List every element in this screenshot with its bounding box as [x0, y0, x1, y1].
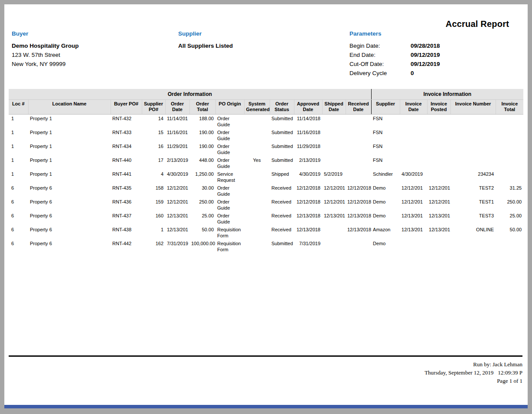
buyer-name: Demo Hospitality Group	[12, 43, 159, 49]
table-cell	[346, 170, 371, 184]
table-cell: 11/14/201	[165, 115, 189, 129]
table-cell: FSN	[371, 142, 400, 156]
table-cell: FSN	[371, 156, 400, 170]
table-cell: 6	[9, 226, 28, 240]
table-cell	[400, 115, 427, 129]
table-row: 1Property 1RNT-4321411/14/201188.00Order…	[9, 115, 523, 129]
table-cell: 12/12/2018	[346, 184, 371, 198]
supplier-heading: Supplier	[178, 30, 326, 37]
table-cell: 4	[142, 170, 165, 184]
table-cell: Requisition Form	[215, 240, 244, 253]
table-cell	[244, 142, 270, 156]
table-cell: Demo	[371, 212, 400, 226]
table-cell: 7/31/2019	[165, 240, 189, 253]
table-cell: 7/31/2019	[294, 240, 322, 253]
table-cell: Property 6	[28, 212, 111, 226]
parameter-row: Begin Date: 09/28/2018	[349, 43, 519, 49]
footer-time: 12:09:39 P	[498, 369, 522, 376]
table-cell	[427, 128, 450, 142]
table-cell: Property 6	[28, 198, 111, 212]
table-cell: RNT-434	[111, 142, 142, 156]
table-cell: 1	[9, 128, 28, 142]
table-cell: Submitted	[270, 115, 294, 129]
table-cell: 12/13/201	[400, 226, 427, 240]
table-cell: Schindler	[371, 170, 400, 184]
buyer-address-line1: 123 W. 57th Street	[12, 52, 159, 59]
parameter-row: End Date: 09/12/2019	[349, 52, 519, 59]
column-header: Order Total	[189, 100, 215, 115]
table-cell: 1	[9, 156, 28, 170]
table-cell	[427, 142, 450, 156]
column-header: Location Name	[28, 100, 111, 115]
begin-date-value: 09/28/2018	[411, 43, 440, 49]
table-row: 6Property 6RNT-43716012/13/20125.00Order…	[9, 212, 523, 226]
table-row: 6Property 6RNT-43515812/12/20130.00Order…	[9, 184, 523, 198]
column-header: Invoice Number	[450, 100, 496, 115]
column-header: Loc #	[9, 100, 28, 115]
table-cell	[244, 128, 270, 142]
table-cell	[322, 128, 346, 142]
table-cell: RNT-438	[111, 226, 142, 240]
table-cell: ONLINE	[450, 226, 496, 240]
table-cell	[450, 115, 496, 129]
table-cell: 12/13/2018	[294, 212, 322, 226]
report-footer: Run by: Jack Lehman Thursday, September …	[424, 360, 522, 385]
table-cell	[346, 115, 371, 129]
table-cell: Property 1	[28, 156, 111, 170]
accrual-report-table: Order InformationInvoice Information Loc…	[9, 89, 523, 253]
table-cell	[400, 240, 427, 253]
column-header: Shipped Date	[322, 100, 346, 115]
table-cell: 12/12/201	[400, 184, 427, 198]
table-cell	[322, 240, 346, 253]
table-cell: Property 6	[28, 226, 111, 240]
table-cell	[450, 142, 496, 156]
bottom-blue-bar	[4, 405, 528, 408]
table-cell: Order Guide	[215, 184, 244, 198]
table-cell: Demo	[371, 184, 400, 198]
buyer-section: Buyer Demo Hospitality Group 123 W. 57th…	[12, 30, 159, 70]
table-cell: 12/12/201	[322, 184, 346, 198]
table-cell: 6	[9, 212, 28, 226]
table-cell: 6	[9, 198, 28, 212]
column-header: Approved Date	[294, 100, 322, 115]
cutoff-date-value: 09/12/2019	[411, 61, 440, 68]
table-cell: RNT-441	[111, 170, 142, 184]
table-cell: Order Guide	[215, 115, 244, 129]
table-cell: 12/13/201	[400, 212, 427, 226]
table-cell: 190.00	[189, 142, 215, 156]
table-cell	[496, 142, 523, 156]
table-cell: 162	[142, 240, 165, 253]
invoice-information-group-header: Invoice Information	[371, 89, 523, 100]
table-cell	[496, 128, 523, 142]
table-cell: 12/12/201	[427, 184, 450, 198]
delivery-cycle-label: Delivery Cycle	[349, 70, 411, 77]
table-cell: Received	[270, 212, 294, 226]
table-cell: TEST1	[450, 198, 496, 212]
table-cell: 159	[142, 198, 165, 212]
table-cell	[496, 170, 523, 184]
table-cell: Order Guide	[215, 212, 244, 226]
table-cell: 25.00	[189, 212, 215, 226]
table-cell	[322, 226, 346, 240]
table-cell: 250.00	[496, 198, 523, 212]
supplier-section: Supplier All Suppliers Listed	[178, 30, 326, 52]
table-cell: 50.00	[189, 226, 215, 240]
table-cell	[322, 156, 346, 170]
page-number: Page 1 of 1	[424, 377, 522, 385]
table-cell: Received	[270, 184, 294, 198]
table-cell: RNT-435	[111, 184, 142, 198]
parameter-row: Delivery Cycle 0	[349, 70, 519, 77]
column-header: Order Status	[270, 100, 294, 115]
table-cell: 4/30/2019	[165, 170, 189, 184]
table-cell	[496, 156, 523, 170]
table-row: 1Property 1RNT-4341611/29/201190.00Order…	[9, 142, 523, 156]
table-cell: 6	[9, 240, 28, 253]
table-cell: 448.00	[189, 156, 215, 170]
table-cell: Submitted	[270, 128, 294, 142]
table-cell: 12/12/2018	[294, 184, 322, 198]
table-cell	[496, 240, 523, 253]
table-cell: Submitted	[270, 156, 294, 170]
cutoff-date-label: Cut-Off Date:	[349, 61, 411, 68]
table-cell: 12/12/201	[165, 184, 189, 198]
parameter-row: Cut-Off Date: 09/12/2019	[349, 61, 519, 68]
